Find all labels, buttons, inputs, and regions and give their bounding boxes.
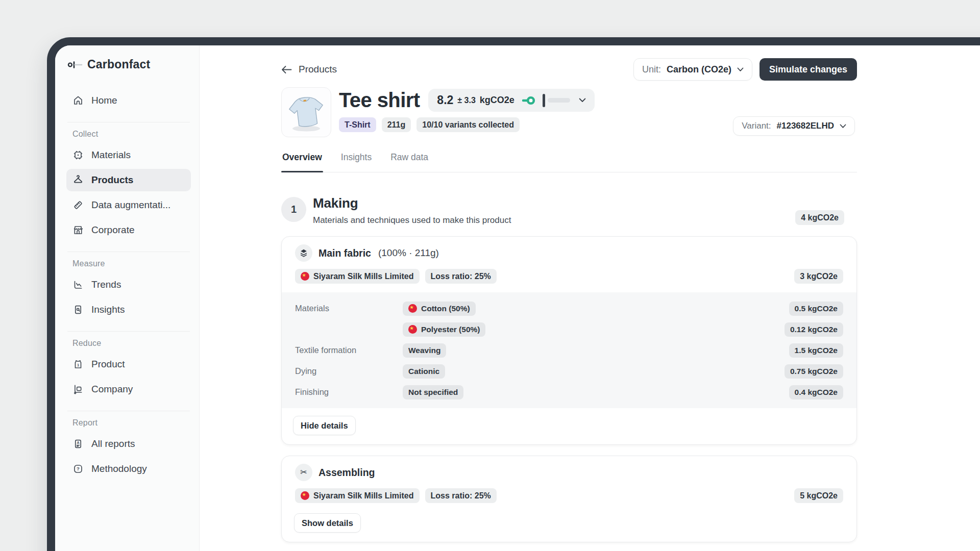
sidebar-item-label: Data augmentati...: [91, 199, 170, 211]
row-value-badge: 0.75 kgCO2e: [785, 364, 843, 379]
chevron-down-icon: [579, 98, 586, 103]
section-label-report: Report: [72, 418, 191, 428]
top-bar: Products Unit: Carbon (CO2e) Simulate ch…: [281, 58, 857, 81]
breadcrumb-back[interactable]: Products: [281, 64, 337, 75]
simulate-changes-button[interactable]: Simulate changes: [760, 58, 857, 81]
unit-selector[interactable]: Unit: Carbon (CO2e): [633, 58, 752, 81]
breadcrumb-label: Products: [299, 64, 337, 75]
sidebar-item-company[interactable]: Company: [66, 378, 191, 400]
card-title: Assembling: [318, 467, 375, 479]
supplier-name: Siyaram Silk Mills Limited: [313, 272, 414, 281]
question-mark-icon: ?: [72, 463, 84, 475]
brand-name: Carbonfact: [87, 58, 150, 71]
sidebar-item-methodology[interactable]: ? Methodology: [66, 458, 191, 480]
sidebar-item-product[interactable]: 1 Product: [66, 353, 191, 375]
section-description: Materials and techniques used to make th…: [313, 215, 511, 226]
making-section-header: 1 Making Materials and techniques used t…: [281, 195, 857, 226]
arrow-left-icon: [281, 65, 292, 74]
sidebar-item-label: Trends: [91, 279, 121, 290]
variants-collected-badge: 10/10 variants collected: [416, 117, 520, 132]
china-flag-icon: ★: [408, 325, 417, 334]
sidebar-spacer: [66, 483, 191, 551]
document-search-icon: [72, 304, 84, 316]
assembling-icon-circle: ✂: [295, 464, 312, 481]
material-name: Polyester (50%): [421, 325, 480, 334]
table-row: Textile formation Weaving 1.5 kgCO2e: [295, 340, 843, 361]
card-total-badge: 5 kgCO2e: [794, 488, 843, 503]
svg-text:1: 1: [77, 363, 79, 367]
tab-overview[interactable]: Overview: [281, 152, 323, 172]
tab-insights[interactable]: Insights: [340, 152, 373, 172]
sidebar-item-trends[interactable]: Trends: [66, 273, 191, 296]
sidebar-item-label: Insights: [91, 304, 125, 315]
sidebar-item-corporate[interactable]: Corporate: [66, 219, 191, 241]
row-value-badge: 0.5 kgCO2e: [789, 302, 843, 316]
svg-text:A: A: [77, 441, 79, 444]
table-row: Finishing Not specified 0.4 kgCO2e: [295, 382, 843, 403]
step-number: 1: [281, 197, 306, 222]
divider: [67, 122, 190, 122]
sidebar: Carbonfact Home Collect Materials Produc…: [55, 45, 200, 551]
hanger-icon: [72, 174, 84, 186]
section-label-reduce: Reduce: [72, 339, 191, 348]
co2-score-dropdown[interactable]: 8.2 ± 3.3 kgCO2e: [428, 89, 594, 112]
row-label: Materials: [295, 304, 403, 313]
sidebar-item-data-augmentation[interactable]: Data augmentati...: [66, 194, 191, 216]
process-badge: Not specified: [403, 385, 463, 399]
divider: [67, 331, 190, 332]
supplier-badge: ★ Siyaram Silk Mills Limited: [295, 488, 420, 503]
unit-value: Carbon (CO2e): [667, 64, 731, 75]
section-total-badge: 4 kgCO2e: [795, 210, 844, 225]
loss-ratio-badge: Loss ratio: 25%: [425, 269, 497, 284]
page-title: Tee shirt: [339, 89, 420, 112]
section-title: Making: [313, 195, 511, 211]
unit-label: Unit:: [642, 64, 661, 75]
product-weight-badge: 211g: [382, 117, 411, 132]
tab-raw-data[interactable]: Raw data: [389, 152, 429, 172]
table-row: Materials ★ Cotton (50%) 0.5 kgCO2e: [295, 298, 843, 319]
report-document-icon: A: [72, 438, 84, 450]
sidebar-item-label: Product: [91, 359, 125, 370]
sidebar-item-label: Company: [91, 384, 133, 395]
divider: [67, 411, 190, 411]
sidebar-item-products[interactable]: Products: [66, 169, 191, 191]
card-title: Main fabric: [318, 247, 371, 259]
process-badge: Weaving: [403, 343, 446, 358]
sidebar-item-label: All reports: [91, 438, 135, 449]
hide-details-button[interactable]: Hide details: [293, 416, 356, 435]
process-badge: Cationic: [403, 364, 445, 379]
sidebar-item-label: Methodology: [91, 463, 147, 474]
sidebar-item-materials[interactable]: Materials: [66, 144, 191, 166]
sidebar-item-all-reports[interactable]: A All reports: [66, 433, 191, 455]
main-content: Products Unit: Carbon (CO2e) Simulate ch…: [200, 45, 980, 551]
row-value-badge: 0.4 kgCO2e: [789, 385, 843, 399]
layers-icon: [299, 248, 309, 258]
tee-shirt-image: [282, 88, 331, 137]
divider: [67, 252, 190, 252]
row-label: Finishing: [295, 387, 403, 397]
sidebar-item-home[interactable]: Home: [66, 89, 191, 112]
gauge-cursor: [543, 94, 545, 107]
sidebar-item-label: Corporate: [91, 224, 135, 236]
uncertainty-gauge: [543, 94, 570, 107]
co2-tolerance: ± 3.3: [457, 96, 475, 105]
product-thumbnail: [281, 87, 331, 137]
trend-chart-icon: [72, 279, 84, 291]
row-label: Dying: [295, 366, 403, 376]
section-label-measure: Measure: [72, 259, 191, 268]
loss-ratio-badge: Loss ratio: 25%: [425, 488, 497, 503]
show-details-button[interactable]: Show details: [294, 513, 361, 533]
main-fabric-card: Main fabric (100% · 211g) ★ Siyaram Silk…: [281, 236, 857, 445]
svg-text:?: ?: [77, 466, 80, 471]
sidebar-item-label: Products: [91, 174, 133, 186]
sidebar-item-insights[interactable]: Insights: [66, 298, 191, 321]
variant-selector[interactable]: Variant: #123682ELHD: [733, 116, 855, 136]
simulate-changes-label: Simulate changes: [769, 64, 847, 75]
confidence-toggle-icon: [522, 94, 536, 107]
material-badge: ★ Polyester (50%): [403, 322, 485, 337]
brand[interactable]: Carbonfact: [67, 58, 191, 71]
china-flag-icon: ★: [301, 491, 309, 500]
chevron-down-icon: [840, 124, 846, 129]
material-badge: ★ Cotton (50%): [403, 302, 476, 316]
sidebar-item-label: Materials: [91, 149, 131, 161]
